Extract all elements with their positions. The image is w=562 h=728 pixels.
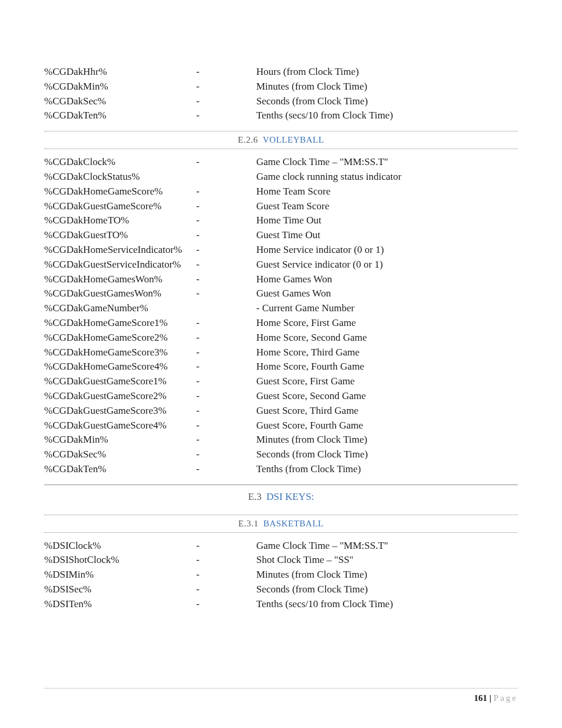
definition-row: %CGDakHomeGameScore3%-Home Score, Third … [44, 345, 518, 360]
key-token: %CGDakHomeGamesWon% [44, 272, 196, 286]
definition-row: %CGDakGuestGamesWon%-Guest Games Won [44, 286, 518, 301]
definition-row: %CGDakHomeServiceIndicator%-Home Service… [44, 243, 518, 257]
key-description: Home Service indicator (0 or 1) [256, 243, 518, 257]
dash: - [196, 65, 256, 79]
dash: - [196, 155, 256, 169]
key-token: %DSISec% [44, 582, 196, 597]
key-token: %CGDakGuestServiceIndicator% [44, 258, 196, 272]
key-description: Home Score, Fourth Game [256, 360, 518, 374]
dash: - [196, 94, 256, 108]
dash: - [196, 213, 256, 228]
key-token: %CGDakMin% [44, 80, 196, 94]
dash: - [196, 553, 256, 567]
major-title: DSI KEYS: [266, 491, 314, 502]
dash: - [196, 243, 256, 257]
dash: - [196, 331, 256, 345]
key-description: Game Clock Time – "MM:SS.T" [256, 155, 518, 169]
dash: - [196, 389, 256, 403]
key-token: %CGDakGuestTO% [44, 228, 196, 242]
definition-row: %CGDakHomeGameScore%-Home Team Score [44, 185, 518, 199]
key-token: %CGDakGuestGameScore2% [44, 389, 196, 403]
key-description: Home Score, First Game [256, 316, 518, 330]
definition-row: %CGDakTen%-Tenths (secs/10 from Clock Ti… [44, 108, 518, 123]
page-footer: 161 | Page [44, 688, 518, 704]
definition-row: %CGDakHomeGameScore4%-Home Score, Fourth… [44, 360, 518, 374]
key-description: Game clock running status indicator [256, 170, 518, 184]
dash: - [196, 272, 256, 286]
definition-row: %DSIMin%-Minutes (from Clock Time) [44, 568, 518, 582]
key-token: %DSITen% [44, 597, 196, 611]
key-description: Home Score, Second Game [256, 331, 518, 345]
page: %CGDakHhr%-Hours (from Clock Time)%CGDak… [0, 0, 562, 728]
definition-row: %CGDakGameNumber%- Current Game Number [44, 301, 518, 315]
key-token: %CGDakMin% [44, 433, 196, 447]
key-description: Tenths (from Clock Time) [256, 462, 518, 476]
key-token: %CGDakHomeGameScore4% [44, 360, 196, 374]
dash [196, 301, 256, 315]
key-token: %CGDakTen% [44, 462, 196, 476]
dash: - [196, 316, 256, 330]
key-token: %CGDakSec% [44, 94, 196, 108]
definition-row: %CGDakSec%-Seconds (from Clock Time) [44, 447, 518, 462]
top-section: %CGDakHhr%-Hours (from Clock Time)%CGDak… [44, 65, 518, 123]
key-description: Seconds (from Clock Time) [256, 582, 518, 597]
key-token: %CGDakGuestGameScore3% [44, 404, 196, 418]
definition-row: %DSIClock%-Game Clock Time – "MM:SS.T" [44, 539, 518, 553]
key-token: %CGDakTen% [44, 108, 196, 123]
key-description: Hours (from Clock Time) [256, 65, 518, 79]
key-description: Guest Score, Fourth Game [256, 419, 518, 433]
key-token: %CGDakHomeGameScore2% [44, 331, 196, 345]
key-description: Home Score, Third Game [256, 345, 518, 360]
key-description: Minutes (from Clock Time) [256, 433, 518, 447]
dash: - [196, 345, 256, 360]
subheader-num: E.2.6 [238, 135, 258, 144]
key-token: %CGDakHhr% [44, 65, 196, 79]
key-description: Minutes (from Clock Time) [256, 80, 518, 94]
definition-row: %CGDakClockStatus%Game clock running sta… [44, 170, 518, 184]
dash: - [196, 462, 256, 476]
dash: - [196, 374, 256, 388]
definition-row: %CGDakGuestGameScore3%-Guest Score, Thir… [44, 404, 518, 418]
key-token: %CGDakGuestGamesWon% [44, 286, 196, 301]
dash: - [196, 568, 256, 582]
key-description: Guest Score, First Game [256, 374, 518, 388]
dash: - [196, 539, 256, 553]
dash: - [196, 433, 256, 447]
key-description: Seconds (from Clock Time) [256, 447, 518, 462]
subheader-title: VOLLEYBALL [263, 135, 324, 144]
definition-row: %CGDakHomeGameScore1%-Home Score, First … [44, 316, 518, 330]
definition-row: %DSISec%-Seconds (from Clock Time) [44, 582, 518, 597]
key-description: Guest Score, Second Game [256, 389, 518, 403]
definition-row: %CGDakHomeGamesWon%-Home Games Won [44, 272, 518, 286]
key-description: Guest Games Won [256, 286, 518, 301]
dash: - [196, 228, 256, 242]
definition-row: %DSITen%-Tenths (secs/10 from Clock Time… [44, 597, 518, 611]
key-description: Minutes (from Clock Time) [256, 568, 518, 582]
dash: - [196, 447, 256, 462]
key-token: %DSIMin% [44, 568, 196, 582]
key-token: %CGDakClockStatus% [44, 170, 196, 184]
definition-row: %CGDakHomeGameScore2%-Home Score, Second… [44, 331, 518, 345]
key-description: Guest Team Score [256, 199, 518, 213]
dash: - [196, 286, 256, 301]
dash: - [196, 199, 256, 213]
subheader-volleyball: E.2.6 VOLLEYBALL [44, 131, 518, 149]
key-description: Tenths (secs/10 from Clock Time) [256, 108, 518, 123]
key-description: Seconds (from Clock Time) [256, 94, 518, 108]
key-description: Game Clock Time – "MM:SS.T" [256, 539, 518, 553]
key-token: %CGDakGuestGameScore1% [44, 374, 196, 388]
key-token: %DSIClock% [44, 539, 196, 553]
key-token: %CGDakHomeServiceIndicator% [44, 243, 196, 257]
dash: - [196, 419, 256, 433]
dash: - [196, 360, 256, 374]
definition-row: %CGDakHomeTO%-Home Time Out [44, 213, 518, 228]
basketball-section: %DSIClock%-Game Clock Time – "MM:SS.T"%D… [44, 539, 518, 611]
definition-row: %CGDakGuestServiceIndicator%-Guest Servi… [44, 258, 518, 272]
definition-row: %CGDakClock%-Game Clock Time – "MM:SS.T" [44, 155, 518, 169]
key-description: Guest Service indicator (0 or 1) [256, 258, 518, 272]
key-token: %CGDakGameNumber% [44, 301, 196, 315]
dash [196, 170, 256, 184]
dash: - [196, 597, 256, 611]
dash: - [196, 108, 256, 123]
definition-row: %CGDakSec%-Seconds (from Clock Time) [44, 94, 518, 108]
